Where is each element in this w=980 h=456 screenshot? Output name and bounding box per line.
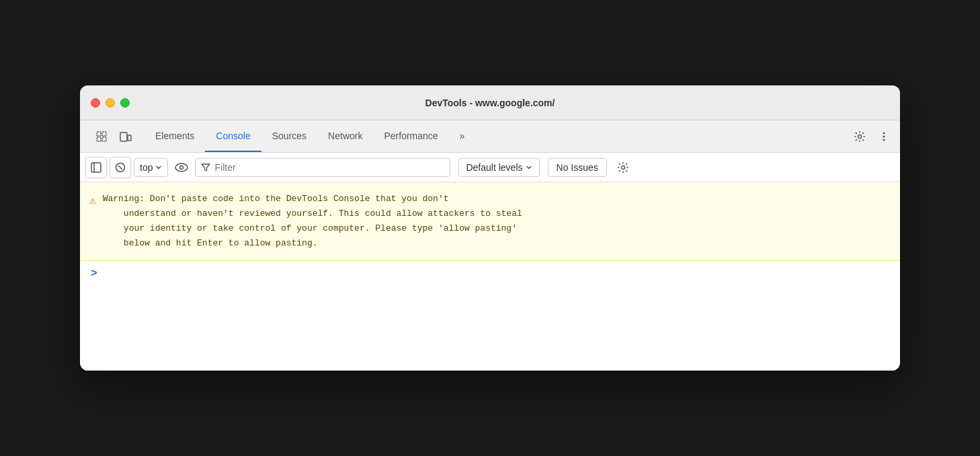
svg-point-8: [883, 135, 885, 137]
warning-text: Warning: Don't paste code into the DevTo…: [103, 192, 889, 251]
tab-bar: Elements Console Sources Network Perform…: [80, 120, 900, 153]
context-selector[interactable]: top: [134, 158, 168, 177]
tab-performance[interactable]: Performance: [373, 120, 448, 152]
svg-point-16: [621, 165, 624, 169]
prompt-symbol: >: [91, 268, 97, 280]
tab-bar-right: [849, 120, 895, 152]
svg-rect-2: [97, 137, 101, 141]
svg-point-6: [858, 135, 862, 138]
live-expressions-button[interactable]: [171, 157, 192, 178]
tab-console[interactable]: Console: [205, 120, 261, 152]
clear-console-button[interactable]: [110, 157, 131, 178]
svg-point-14: [175, 163, 188, 172]
svg-line-13: [118, 165, 122, 169]
svg-point-9: [883, 139, 885, 141]
warning-message: ⚠ Warning: Don't paste code into the Dev…: [80, 182, 900, 261]
traffic-lights: [91, 98, 130, 108]
minimize-button[interactable]: [106, 98, 115, 108]
tab-sources[interactable]: Sources: [261, 120, 317, 152]
devtools-window: DevTools - www.google.com/: [80, 85, 900, 371]
window-title: DevTools - www.google.com/: [425, 98, 555, 108]
tab-elements[interactable]: Elements: [145, 120, 205, 152]
tab-bar-left-icons: [85, 120, 142, 152]
filter-input-wrap[interactable]: [195, 158, 450, 177]
svg-point-15: [180, 165, 183, 169]
filter-input[interactable]: [214, 162, 444, 173]
svg-point-7: [883, 132, 885, 134]
inspect-icon-button[interactable]: [91, 126, 112, 147]
svg-rect-3: [102, 137, 106, 141]
svg-rect-5: [128, 135, 131, 141]
tab-more[interactable]: »: [449, 120, 476, 152]
console-input[interactable]: [103, 268, 889, 279]
filter-icon: [201, 163, 210, 172]
log-levels-dropdown[interactable]: Default levels: [458, 158, 539, 177]
svg-rect-0: [97, 132, 101, 136]
warning-icon: ⚠: [89, 192, 96, 251]
svg-rect-10: [91, 163, 101, 172]
close-button[interactable]: [91, 98, 100, 108]
console-settings-button[interactable]: [612, 157, 634, 178]
tab-network[interactable]: Network: [317, 120, 373, 152]
title-bar: DevTools - www.google.com/: [80, 85, 900, 120]
console-content: ⚠ Warning: Don't paste code into the Dev…: [80, 182, 900, 371]
device-toggle-button[interactable]: [115, 126, 136, 147]
issues-counter[interactable]: No Issues: [548, 158, 607, 177]
settings-icon-button[interactable]: [849, 126, 870, 147]
more-options-button[interactable]: [873, 126, 895, 147]
svg-rect-4: [120, 132, 127, 141]
maximize-button[interactable]: [120, 98, 130, 108]
sidebar-toggle-button[interactable]: [85, 157, 107, 178]
console-toolbar: top Default levels N: [80, 153, 900, 182]
console-prompt[interactable]: >: [80, 261, 900, 287]
svg-rect-1: [102, 132, 106, 136]
